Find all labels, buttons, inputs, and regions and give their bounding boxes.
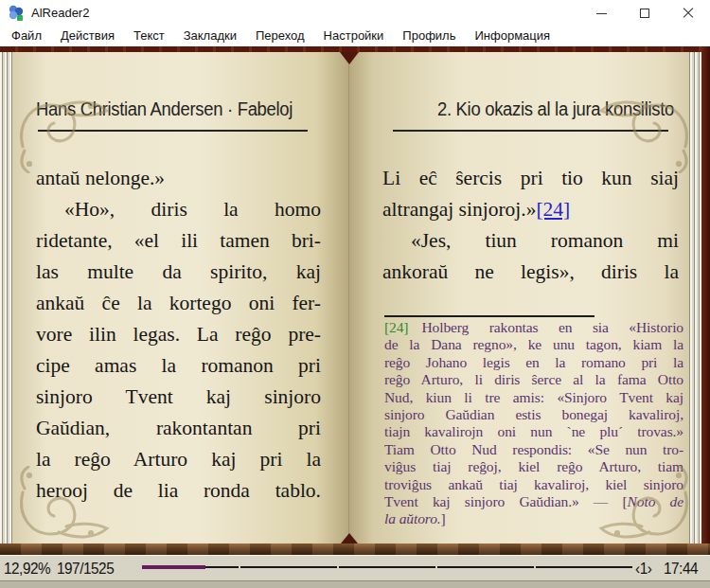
progress-fill [142,565,205,569]
footnote-line: reĝo Arturo, li diris ŝerce al la fama O… [384,371,683,388]
close-button[interactable] [666,0,710,27]
window-bottom-edge [0,580,710,588]
footnote-line: tiajn kavalirojn oni nun `ne plu´ trovas… [384,423,683,440]
text-line: ankaŭ ĉe la kortego oni fer- [36,288,321,319]
reading-percent[interactable]: 12,92% [4,560,50,579]
book-view: Hans Christian Andersen · Fabeloj antaŭ … [0,46,710,555]
page-position[interactable]: 197/1525 [57,560,114,579]
text-line: ridetante, «el ili tamen bri- [36,225,321,257]
minimize-button[interactable] [579,0,623,27]
maximize-button[interactable] [623,0,666,27]
floral-corner-ornament [598,466,693,542]
floral-corner-ornament [15,466,110,542]
text-fragment: altrangaj sinjoroj.» [382,198,536,221]
text-line: ankoraŭ ne legis», diris la [382,257,679,288]
footnote-line: Nud, kiun li tre amis: «Sinjoro Tvent ka… [384,389,683,406]
page-stack-left-edge [0,52,12,543]
status-bar: 12,92% 197/1525 ‹1› 17:44 [0,555,710,580]
progress-bar[interactable] [142,564,632,570]
footnote-line: [24]Holberg rakontas en sia «Historio [384,319,683,336]
text-line: Gaŭdian, rakontantan pri [36,413,321,444]
footnote-line: reĝo Johano legis en la romano pri la [384,354,683,371]
text-fragment: ] [441,510,446,526]
text-line: «Ho», diris la homo [36,194,321,225]
left-page-text: antaŭ nelonge.» «Ho», diris la homo ride… [36,163,321,507]
alreader-app-icon[interactable] [7,4,26,23]
book-cover-bottom-edge [0,543,710,555]
text-line: las multe da spirito, kaj [36,257,321,288]
text-line: vore ilin legas. La reĝo pre- [36,319,321,350]
right-page-text: Li eĉ ŝercis pri tio kun siaj altrangaj … [382,163,679,288]
book-cover-right-edge [701,46,710,555]
text-line: sinjoro Tvent kaj sinjoro [36,382,321,413]
footnote-line: de la Dana regno», ke unu tagon, kiam la [384,336,683,353]
footnote-separator [384,315,595,317]
menu-file[interactable]: Файл [2,27,51,46]
text-fragment: Tvent kaj sinjoro Gaŭdian.» — [ [384,493,628,509]
book-spine [348,52,349,543]
author-note-italic: la aŭtoro. [384,510,441,526]
alreader-window: AlReader2 Файл Действия Текст Закладки П… [0,0,710,588]
menu-bar: Файл Действия Текст Закладки Переход Нас… [0,27,710,46]
text-line: cipe amas la romanon pri [36,350,321,382]
menu-navigation[interactable]: Переход [246,27,314,46]
text-line: «Jes, tiun romanon mi [382,225,679,257]
floral-corner-ornament [598,98,693,173]
text-fragment: Holberg rakontas en sia «Historio [421,319,683,335]
footnote-marker[interactable]: [24] [384,319,408,335]
menu-bookmarks[interactable]: Закладки [174,27,246,46]
progress-track [142,566,632,568]
text-line: altrangaj sinjoroj.»[24] [382,194,679,225]
menu-information[interactable]: Информация [465,27,559,46]
menu-profile[interactable]: Профиль [393,27,465,46]
window-controls [579,0,710,27]
maximize-icon [640,9,649,18]
footnote-line: Tiam Otto Nud respondis: «Se nun tro- [384,441,683,458]
title-bar: AlReader2 [0,0,710,27]
minimize-icon [596,13,607,14]
clock[interactable]: 17:44 [664,560,698,579]
close-icon [683,8,694,19]
menu-text[interactable]: Текст [124,27,174,46]
menu-settings[interactable]: Настройки [314,27,394,46]
footnote-line: sinjoro Gaŭdian estis bonegaj kavaliroj, [384,406,683,423]
footnote-link-24[interactable]: [24] [536,198,570,221]
battery-indicator[interactable]: ‹1› [635,560,651,579]
menu-actions[interactable]: Действия [51,27,124,46]
window-title: AlReader2 [31,6,89,20]
floral-corner-ornament [15,98,110,173]
